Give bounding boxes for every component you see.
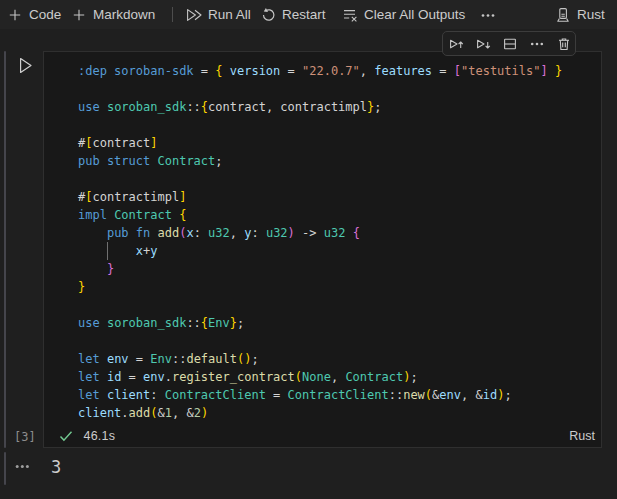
output-more-icon	[15, 459, 30, 474]
cell-more-button[interactable]	[529, 36, 545, 52]
restart-button[interactable]: Restart	[261, 0, 326, 29]
toolbar-more-button[interactable]	[480, 0, 496, 29]
code-line: #[contractimpl]	[78, 188, 601, 206]
code-line: use soroban_sdk::{contract, contractimpl…	[78, 98, 601, 116]
add-code-label: Code	[29, 7, 61, 22]
code-line	[78, 296, 601, 314]
plus-icon	[71, 7, 87, 23]
split-cell-icon	[502, 36, 518, 52]
clear-all-outputs-label: Clear All Outputs	[364, 7, 465, 22]
run-all-icon	[186, 7, 202, 23]
code-line: }	[78, 278, 601, 296]
kernel-label: Rust	[577, 7, 605, 22]
cell-toolbar	[442, 31, 576, 56]
code-line	[78, 332, 601, 350]
cell-output-value: 3	[51, 452, 61, 481]
execution-duration: 46.1s	[84, 429, 116, 443]
code-line: let client: ContractClient = ContractCli…	[78, 386, 601, 404]
clear-all-outputs-button[interactable]: Clear All Outputs	[342, 0, 465, 29]
execute-above-button[interactable]	[448, 36, 464, 52]
add-code-button[interactable]: Code	[7, 0, 61, 29]
code-line: #[contract]	[78, 134, 601, 152]
delete-cell-button[interactable]	[556, 36, 572, 52]
code-line: pub fn add(x: u32, y: u32) -> u32 {	[78, 224, 601, 242]
cell-language[interactable]: Rust	[569, 429, 595, 443]
code-line: use soroban_sdk::{Env};	[78, 314, 601, 332]
run-all-label: Run All	[208, 7, 251, 22]
plus-icon	[7, 7, 23, 23]
trash-icon	[556, 36, 572, 52]
cell-focus-bar[interactable]	[4, 51, 7, 448]
notebook-editor: Code Markdown Run All Restart Clear All …	[0, 0, 617, 499]
code-line	[78, 116, 601, 134]
execution-count: [3]	[14, 426, 36, 448]
kernel-picker[interactable]: Rust	[555, 0, 605, 29]
code-editor[interactable]: :dep soroban-sdk = { version = "22.0.7",…	[78, 62, 601, 425]
code-line: pub struct Contract;	[78, 152, 601, 170]
code-line	[78, 170, 601, 188]
cell-status-bar: 46.1s Rust	[44, 425, 601, 447]
more-icon	[529, 36, 545, 52]
code-line: :dep soroban-sdk = { version = "22.0.7",…	[78, 62, 601, 80]
success-icon	[59, 430, 73, 442]
code-line: client.add(&1, &2)	[78, 404, 601, 422]
add-markdown-label: Markdown	[93, 7, 155, 22]
kernel-icon	[555, 7, 571, 23]
run-all-button[interactable]: Run All	[186, 0, 251, 29]
run-cell-icon	[19, 57, 33, 74]
output-focus-bar[interactable]	[4, 452, 7, 485]
execute-below-icon	[475, 36, 491, 52]
clear-all-icon	[342, 7, 358, 23]
output-menu-button[interactable]	[15, 459, 30, 474]
restart-label: Restart	[282, 7, 326, 22]
execute-above-icon	[448, 36, 464, 52]
code-line: let id = env.register_contract(None, Con…	[78, 368, 601, 386]
code-line	[78, 80, 601, 98]
run-cell-button[interactable]	[19, 57, 33, 74]
code-line: let env = Env::default();	[78, 350, 601, 368]
code-cell: :dep soroban-sdk = { version = "22.0.7",…	[43, 51, 602, 448]
indent-guide	[107, 242, 108, 260]
toolbar-separator	[172, 7, 173, 22]
code-line: }	[78, 260, 601, 278]
execute-below-button[interactable]	[475, 36, 491, 52]
restart-icon	[261, 7, 276, 22]
code-line: x+y	[78, 242, 601, 260]
add-markdown-button[interactable]: Markdown	[71, 0, 155, 29]
code-line: impl Contract {	[78, 206, 601, 224]
split-cell-button[interactable]	[502, 36, 518, 52]
more-icon	[480, 7, 496, 23]
notebook-toolbar: Code Markdown Run All Restart Clear All …	[0, 0, 617, 29]
